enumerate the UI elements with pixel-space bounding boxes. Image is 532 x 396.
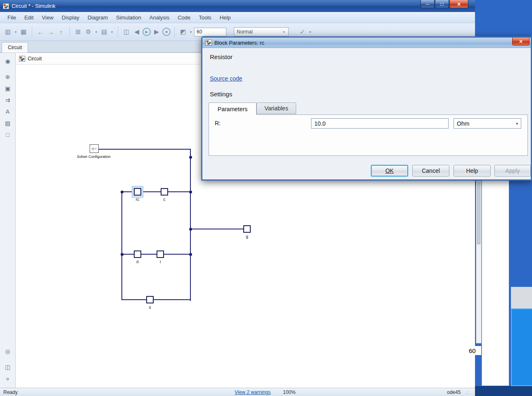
title-bar: Circuit * - Simulink ─ □ × xyxy=(0,0,475,12)
sim-mode-select[interactable]: Normal ▾ xyxy=(234,27,289,36)
wire-junction xyxy=(121,253,124,256)
status-solver: ode45 xyxy=(447,389,461,395)
resize-grip-icon[interactable]: .: xyxy=(466,389,469,395)
new-model-icon[interactable]: ▥ xyxy=(3,27,12,37)
block-label-ri: ri xyxy=(129,260,146,264)
dialog-block-icon xyxy=(206,40,212,45)
wire-junction xyxy=(121,191,124,193)
background-panel xyxy=(482,181,509,386)
add-viewer-icon[interactable]: ◫ xyxy=(122,27,131,37)
toolbar-separator xyxy=(118,26,118,37)
zoom-icon[interactable]: ⊕ xyxy=(0,71,15,83)
background-gray-fragment xyxy=(511,287,532,308)
wire xyxy=(98,149,191,150)
breadcrumb-label[interactable]: Circuit xyxy=(28,56,42,62)
apply-button[interactable]: Apply xyxy=(494,165,531,177)
library-browser-icon[interactable]: ⊞ xyxy=(74,27,83,37)
sim-stop-time-input[interactable] xyxy=(194,28,226,36)
update-diagram-caret-icon[interactable]: ▾ xyxy=(308,30,312,34)
explore-icon[interactable]: ◉ xyxy=(0,55,15,67)
wire xyxy=(121,299,191,300)
block-label-s: s xyxy=(142,305,158,310)
new-model-caret-icon[interactable]: ▾ xyxy=(14,30,18,34)
dialog-close-button[interactable]: × xyxy=(512,38,530,45)
menu-display[interactable]: Display xyxy=(57,13,83,22)
param-r-input[interactable] xyxy=(311,118,449,129)
window-controls: ─ □ × xyxy=(420,0,468,8)
tab-variables[interactable]: Variables xyxy=(256,103,296,114)
menu-diagram[interactable]: Diagram xyxy=(83,13,112,22)
probe-icon[interactable]: ◩ xyxy=(178,27,188,37)
menu-help[interactable]: Help xyxy=(216,13,235,22)
model-settings-caret-icon[interactable]: ▾ xyxy=(110,30,114,34)
menu-tools[interactable]: Tools xyxy=(195,13,215,22)
warnings-link[interactable]: View 2 warnings xyxy=(235,389,271,395)
background-blue-fragment xyxy=(511,308,532,386)
expand-palette-icon[interactable]: » xyxy=(0,373,15,384)
annotation-icon[interactable]: A xyxy=(0,106,15,117)
model-config-caret-icon[interactable]: ▾ xyxy=(94,30,98,34)
block-s[interactable] xyxy=(146,296,154,303)
viewmarks-icon[interactable]: ◫ xyxy=(0,361,15,373)
block-solver-configuration[interactable]: x) = xyxy=(90,144,99,153)
source-code-link[interactable]: Source code xyxy=(210,75,242,82)
background-value: 60 xyxy=(469,346,481,355)
param-unit-select[interactable]: Ohm ▾ xyxy=(454,118,521,129)
step-back-icon[interactable]: ◀ xyxy=(132,27,141,37)
wire-junction xyxy=(189,156,192,159)
toolbar-separator xyxy=(69,26,70,37)
maximize-button[interactable]: □ xyxy=(435,0,449,8)
forward-icon[interactable]: → xyxy=(46,27,55,37)
background-scrollbar-thumb[interactable] xyxy=(477,182,480,244)
cancel-button[interactable]: Cancel xyxy=(412,165,449,177)
sim-mode-caret-icon: ▾ xyxy=(282,30,286,34)
block-label-c: c xyxy=(156,197,173,202)
update-diagram-check-icon[interactable]: ✓ xyxy=(298,27,307,37)
settings-label: Settings xyxy=(210,91,232,98)
save-icon[interactable]: ▦ xyxy=(19,27,28,37)
param-unit-caret-icon: ▾ xyxy=(516,122,518,126)
block-rc[interactable] xyxy=(134,188,141,196)
up-to-parent-icon[interactable]: ↑ xyxy=(57,27,66,37)
run-button[interactable]: ▶ xyxy=(142,28,151,36)
probe-caret-icon[interactable]: ▾ xyxy=(189,30,193,34)
tab-circuit[interactable]: Circuit xyxy=(2,42,28,52)
ok-button[interactable]: OK xyxy=(371,165,408,177)
wire xyxy=(121,191,122,300)
signal-direction-icon[interactable]: ⇉ xyxy=(0,94,15,106)
menu-simulation[interactable]: Simulation xyxy=(112,13,145,22)
block-g[interactable] xyxy=(243,225,251,233)
fit-to-view-icon[interactable]: ▣ xyxy=(0,83,15,94)
menu-analysis[interactable]: Analysis xyxy=(145,13,173,22)
stop-button[interactable]: ■ xyxy=(162,28,171,36)
area-icon[interactable]: □ xyxy=(0,129,15,141)
status-zoom: 100% xyxy=(283,389,296,395)
menu-view[interactable]: View xyxy=(38,13,57,22)
block-label-solver-configuration: Solver Configuration xyxy=(69,155,119,159)
menu-code[interactable]: Code xyxy=(173,13,195,22)
dialog-title-bar[interactable]: Block Parameters: rc xyxy=(202,38,531,48)
wire xyxy=(190,229,244,229)
block-ri[interactable] xyxy=(134,250,141,258)
wire-junction xyxy=(189,253,192,256)
block-label-i: i xyxy=(152,260,169,264)
menu-edit[interactable]: Edit xyxy=(20,13,38,22)
menu-file[interactable]: File xyxy=(3,13,20,22)
simulink-app-icon xyxy=(3,3,9,9)
snapshot-icon[interactable]: ◎ xyxy=(0,346,15,357)
model-settings-icon[interactable]: ▤ xyxy=(100,27,109,37)
dialog-block-type: Resistor xyxy=(210,53,233,60)
block-i[interactable] xyxy=(157,250,164,258)
help-button[interactable]: Help xyxy=(454,165,491,177)
wire-junction xyxy=(189,228,192,231)
tab-parameters[interactable]: Parameters xyxy=(209,103,256,115)
block-c[interactable] xyxy=(161,188,168,196)
parameters-panel: R: Ohm ▾ xyxy=(209,115,528,156)
image-icon[interactable]: ▨ xyxy=(0,117,15,129)
close-button[interactable]: × xyxy=(449,0,468,8)
step-forward-icon[interactable]: ▶ xyxy=(152,27,161,37)
back-icon[interactable]: ← xyxy=(36,27,45,37)
minimize-button[interactable]: ─ xyxy=(420,0,435,8)
block-label-rc: rc xyxy=(129,197,146,202)
model-config-gear-icon[interactable]: ⚙ xyxy=(84,27,93,37)
